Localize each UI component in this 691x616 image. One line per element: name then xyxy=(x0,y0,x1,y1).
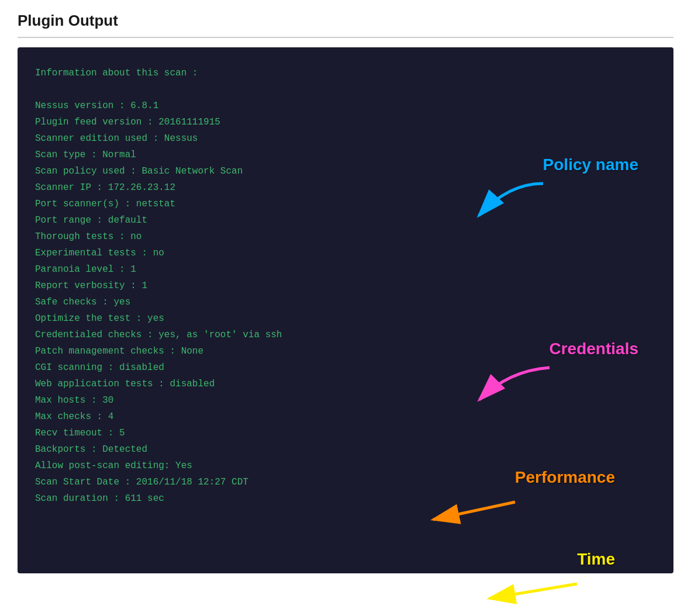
terminal-text: Information about this scan : Nessus ver… xyxy=(35,65,656,507)
time-arrow-icon xyxy=(478,572,583,607)
time-label: Time xyxy=(577,550,615,569)
time-annotation: Time xyxy=(577,550,615,569)
page-container: Plugin Output Information about this sca… xyxy=(0,0,691,585)
terminal-area: Information about this scan : Nessus ver… xyxy=(18,47,673,573)
page-title: Plugin Output xyxy=(18,12,673,38)
